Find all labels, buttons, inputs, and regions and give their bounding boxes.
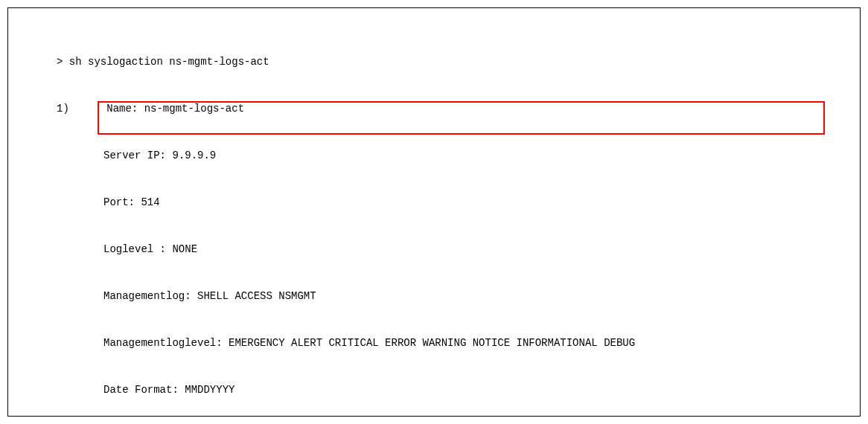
row-port: Port: 514: [57, 195, 849, 211]
result-index: 1): [57, 103, 69, 115]
loglevel-label: Loglevel :: [103, 243, 166, 255]
command-line: > sh syslogaction ns-mgmt-logs-act: [57, 54, 849, 70]
port-value: 514: [141, 196, 159, 208]
row-date-format: Date Format: MMDDYYYY: [57, 382, 849, 398]
managementloglevel-value: EMERGENCY ALERT CRITICAL ERROR WARNING N…: [229, 337, 635, 349]
server-ip-value: 9.9.9.9: [172, 150, 216, 161]
loglevel-value: NONE: [172, 243, 197, 255]
server-ip-label: Server IP:: [103, 150, 166, 161]
managementlog-value: SHELL ACCESS NSMGMT: [197, 290, 316, 302]
result-row-name: 1) Name: ns-mgmt-logs-act: [57, 101, 849, 117]
port-label: Port:: [103, 196, 135, 208]
prompt-text: > sh syslogaction ns-mgmt-logs-act: [57, 56, 269, 68]
date-format-label: Date Format:: [103, 384, 179, 396]
name-value: ns-mgmt-logs-act: [144, 103, 244, 115]
row-server-ip: Server IP: 9.9.9.9: [57, 148, 849, 164]
terminal-output: > sh syslogaction ns-mgmt-logs-act 1) Na…: [19, 23, 849, 424]
date-format-value: MMDDYYYY: [185, 384, 234, 396]
row-managementlog: Managementlog: SHELL ACCESS NSMGMT: [57, 289, 849, 304]
row-managementloglevel: Managementloglevel: EMERGENCY ALERT CRIT…: [57, 335, 849, 351]
name-label: Name:: [106, 103, 138, 115]
managementlog-label: Managementlog:: [103, 290, 191, 302]
terminal-container: > sh syslogaction ns-mgmt-logs-act 1) Na…: [7, 7, 861, 417]
managementloglevel-label: Managementloglevel:: [103, 337, 223, 349]
row-loglevel: Loglevel : NONE: [57, 242, 849, 257]
